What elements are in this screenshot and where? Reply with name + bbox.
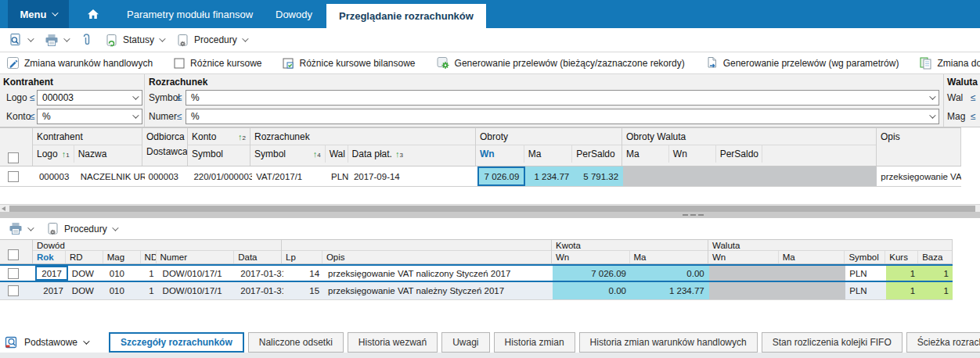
cell-nd[interactable]: 1 (143, 282, 159, 299)
sort-asc-icon[interactable]: 1 (62, 149, 70, 159)
select-all-checkbox[interactable] (8, 249, 19, 260)
document-row[interactable]: 2017 DOW 010 1 DOW/010/17/1 2017-01-31 1… (0, 282, 953, 300)
tab-uwagi[interactable]: Uwagi (441, 332, 489, 353)
zmiana-dowodu-przelewow-button[interactable]: Zmiana dowodu przelewów wychodzących (919, 56, 980, 70)
cell-kwota-wn[interactable]: 0.00 (553, 282, 631, 299)
group-label[interactable]: Obroty (476, 128, 622, 145)
cell-rd[interactable]: DOW (68, 282, 106, 299)
group-label[interactable]: Rozrachunek (250, 128, 475, 145)
column-header-rozrachunek-symbol[interactable]: Symbol 4 (250, 145, 326, 163)
cell-rd[interactable]: DOW (68, 266, 106, 281)
column-header-odbiorca-dostawca[interactable]: Odbiorca Dostawca (142, 128, 188, 166)
sort-asc-icon[interactable]: 3 (395, 149, 403, 159)
group-label[interactable]: Obroty Waluta (622, 128, 876, 145)
zmiana-warunkow-handlowych-button[interactable]: Zmiana warunków handlowych (6, 56, 153, 70)
sort-asc-icon[interactable]: 2 (238, 132, 246, 141)
tab-historia-wezwan[interactable]: Historia wezwań (348, 332, 438, 353)
cell-logo[interactable]: 000003 (35, 166, 77, 186)
column-header-obroty-ma[interactable]: Ma (524, 145, 573, 163)
chevron-down-icon[interactable] (132, 112, 139, 118)
sort-asc-icon[interactable]: 4 (313, 149, 321, 159)
column-header-numer[interactable]: Numer (157, 251, 235, 263)
mag-operator[interactable]: ≤ (971, 111, 976, 122)
cell-nazwa[interactable]: NACZELNIK URZĘD (77, 166, 145, 186)
tab-naliczone-odsetki[interactable]: Naliczone odsetki (248, 332, 344, 353)
column-header-obroty-waluta-wn[interactable]: Wn (669, 145, 716, 163)
group-label[interactable]: Kontrahent (33, 128, 142, 145)
chevron-down-icon[interactable] (27, 224, 34, 231)
attachments-button[interactable] (78, 31, 95, 48)
cell-symbol[interactable]: PLN (845, 266, 886, 281)
scrollbar-thumb[interactable] (9, 206, 975, 212)
tab-dowody[interactable]: Dowody (261, 0, 326, 28)
symbol-operator[interactable]: ≤ (177, 92, 182, 103)
cell-waluta-ma[interactable] (780, 282, 846, 299)
row-checkbox[interactable] (8, 285, 19, 296)
select-all-checkbox[interactable] (8, 152, 19, 163)
cell-wal[interactable]: PLN (327, 166, 350, 186)
cell-numer[interactable]: DOW/010/17/1 (159, 266, 237, 281)
column-header-obroty-waluta-persaldo[interactable]: PerSaldo (716, 145, 763, 163)
scroll-left-arrow-icon[interactable] (2, 206, 5, 211)
cell-kurs[interactable]: 1 (886, 266, 919, 281)
settlement-row[interactable]: 000003 NACZELNIK URZĘD 000003 220/01/000… (0, 166, 961, 187)
cell-lp[interactable]: 15 (283, 282, 324, 299)
cell-rok[interactable]: 2017 (35, 282, 68, 299)
column-header-opis[interactable]: Opis (322, 251, 551, 263)
cell-opis[interactable]: przeksięgowanie VAT należny Styczeń 2017 (324, 282, 553, 299)
cell-opis[interactable]: przeksięgowanie VAT Styczeń 2017 (877, 166, 961, 186)
podstawowe-selector[interactable]: Podstawowe (5, 335, 88, 349)
detail-print-button[interactable] (6, 220, 34, 237)
horizontal-scrollbar[interactable] (0, 204, 980, 212)
tab-stan-rozliczenia-kolejki-fifo[interactable]: Stan rozliczenia kolejki FIFO (762, 332, 903, 353)
cell-rozrachunek-symbol[interactable]: VAT/2017/1 (252, 166, 327, 186)
cell-data-platnosci[interactable]: 2017-09-14 (350, 166, 477, 186)
cell-data[interactable]: 2017-01-31 (236, 282, 283, 299)
pane-splitter[interactable] (0, 212, 980, 218)
cell-obroty-persaldo[interactable]: 5 791.32 (574, 166, 623, 186)
cell-waluta-wn[interactable] (709, 266, 780, 281)
print-preview-button[interactable] (6, 31, 34, 48)
cell-odbiorca[interactable]: 000003 (145, 166, 190, 186)
home-button[interactable] (80, 0, 106, 28)
column-header-baza[interactable]: Baza (918, 251, 952, 263)
row-checkbox[interactable] (8, 171, 19, 182)
print-button[interactable] (42, 32, 70, 48)
cell-waluta-ma[interactable] (780, 266, 846, 281)
generowanie-przelewow-biezacy-button[interactable]: Generowanie przelewów (bieżący/zaznaczon… (436, 56, 685, 70)
chevron-down-icon[interactable] (159, 35, 165, 41)
chevron-down-icon[interactable] (112, 224, 118, 231)
procedury-button[interactable]: Procedury (174, 32, 249, 48)
cell-waluta-wn[interactable] (709, 282, 780, 299)
chevron-down-icon[interactable] (242, 35, 248, 41)
detail-procedury-button[interactable]: Procedury (44, 220, 119, 237)
group-label-konto[interactable]: Konto 2 (188, 128, 250, 145)
cell-obroty-wn-selected[interactable]: 7 026.09 (477, 166, 526, 186)
cell-baza[interactable]: 1 (919, 266, 953, 281)
chevron-down-icon[interactable] (929, 93, 935, 99)
column-header-obroty-waluta-ma[interactable]: Ma (622, 145, 669, 163)
group-label[interactable]: Waluta (708, 240, 952, 251)
tab-szczegoly-rozrachunkow[interactable]: Szczegóły rozrachunków (109, 332, 244, 353)
column-header-nd[interactable]: ND (141, 251, 157, 263)
cell-kurs[interactable]: 1 (886, 282, 919, 299)
cell-rok-focused[interactable]: 2017 (35, 266, 68, 281)
column-header-symbol[interactable]: Symbol (845, 251, 885, 263)
group-label[interactable]: Kwota (552, 240, 708, 251)
cell-mag[interactable]: 010 (106, 282, 143, 299)
row-checkbox[interactable] (8, 268, 19, 279)
column-header-lp[interactable]: Lp (282, 251, 322, 263)
wal-operator[interactable]: ≤ (971, 92, 976, 103)
chevron-down-icon[interactable] (27, 35, 34, 41)
column-header-logo[interactable]: Logo 1 (33, 145, 74, 163)
document-row-selected[interactable]: 2017 DOW 010 1 DOW/010/17/1 2017-01-31 1… (0, 264, 953, 282)
roznice-kursowe-bilansowe-button[interactable]: Różnice kursowe bilansowe (282, 57, 415, 70)
cell-obroty-waluta-ma[interactable] (623, 166, 670, 186)
column-header-kurs[interactable]: Kurs (885, 251, 918, 263)
cell-obroty-ma[interactable]: 1 234.77 (525, 166, 574, 186)
cell-kwota-ma[interactable]: 0.00 (631, 266, 709, 281)
tab-historia-zmian[interactable]: Historia zmian (494, 332, 575, 353)
symbol-filter-combo[interactable]: % (186, 90, 939, 106)
column-header-obroty-persaldo[interactable]: PerSaldo (572, 145, 622, 163)
chevron-down-icon[interactable] (929, 112, 935, 118)
